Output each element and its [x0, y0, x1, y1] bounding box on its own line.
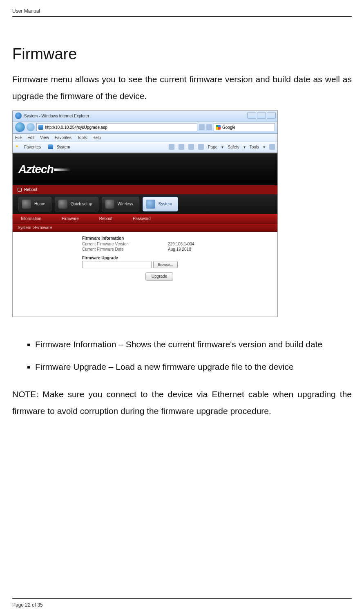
bullet-firmware-info: Firmware Information – Shows the current…	[35, 337, 352, 351]
quicksetup-icon	[58, 200, 67, 209]
stop-icon[interactable]	[206, 124, 212, 130]
app-header: Aztech	[13, 153, 277, 185]
header-divider	[12, 16, 352, 17]
system-icon	[146, 200, 155, 209]
window-title-bar: System - Windows Internet Explorer	[13, 111, 277, 121]
bullet-list: Firmware Information – Shows the current…	[35, 337, 352, 374]
upgrade-button[interactable]: Upgrade	[145, 272, 173, 281]
ie-icon	[15, 112, 22, 119]
address-bar-row: http://10.0.10.254/sysUpgrade.asp Google	[13, 121, 277, 134]
back-arrow-icon[interactable]	[15, 122, 25, 132]
menu-bar: File Edit View Favorites Tools Help	[13, 134, 277, 142]
footer-divider	[12, 598, 352, 599]
firmware-upgrade-title: Firmware Upgrade	[82, 256, 277, 260]
window-title-text: System - Windows Internet Explorer	[24, 114, 89, 118]
page-number: Page 22 of 35	[12, 602, 352, 608]
nav-quick-label: Quick setup	[71, 202, 92, 206]
sub-nav: Information Firmware Reboot Password	[13, 214, 277, 224]
nav-system[interactable]: System	[143, 197, 178, 211]
menu-view[interactable]: View	[40, 135, 49, 140]
nav-home-label: Home	[34, 202, 45, 206]
tab-label[interactable]: System	[56, 145, 70, 149]
search-placeholder: Google	[222, 125, 235, 130]
window-controls	[247, 112, 276, 119]
mail-icon[interactable]	[188, 144, 194, 150]
firmware-panel: Firmware Information Current Firmware Ve…	[13, 232, 277, 287]
nav-quick-setup[interactable]: Quick setup	[55, 197, 98, 211]
subnav-firmware[interactable]: Firmware	[62, 216, 79, 221]
nav-wireless-label: Wireless	[118, 202, 133, 206]
help-icon[interactable]	[269, 144, 275, 150]
date-label: Current Firmware Date	[82, 247, 143, 252]
favorites-label[interactable]: Favorites	[24, 145, 41, 149]
doc-footer: Page 22 of 35	[12, 598, 352, 608]
menu-favorites[interactable]: Favorites	[55, 135, 71, 140]
address-field[interactable]: http://10.0.10.254/sysUpgrade.asp	[36, 123, 197, 131]
toolbar-page[interactable]: Page	[208, 145, 217, 149]
reboot-label: Reboot	[24, 187, 37, 192]
toolbar-safety[interactable]: Safety	[228, 145, 239, 149]
page-title: Firmware	[12, 45, 352, 63]
subnav-password[interactable]: Password	[133, 216, 151, 221]
date-value: Aug 19 2010	[168, 247, 191, 252]
intro-text: Firmware menu allows you to see the curr…	[12, 71, 352, 105]
reboot-strip[interactable]: Reboot	[13, 185, 277, 194]
breadcrumb: System->Firmware	[13, 224, 277, 232]
print-icon[interactable]	[198, 144, 204, 150]
main-nav: Home Quick setup Wireless System	[13, 194, 277, 214]
menu-help[interactable]: Help	[92, 135, 101, 140]
feeds-icon[interactable]	[179, 144, 184, 150]
reboot-icon	[18, 188, 22, 192]
subnav-information[interactable]: Information	[21, 216, 41, 221]
subnav-reboot[interactable]: Reboot	[99, 216, 112, 221]
home-icon	[22, 200, 31, 209]
nav-system-label: System	[159, 202, 172, 206]
nav-wireless[interactable]: Wireless	[102, 197, 139, 211]
version-value: 229.106.1-004	[168, 242, 194, 246]
refresh-icon[interactable]	[199, 124, 205, 130]
aztech-logo: Aztech	[18, 163, 71, 176]
doc-header: User Manual	[12, 8, 352, 14]
browse-button[interactable]: Browse...	[153, 261, 178, 268]
menu-tools[interactable]: Tools	[77, 135, 87, 140]
url-text: http://10.0.10.254/sysUpgrade.asp	[45, 125, 107, 130]
wireless-icon	[105, 200, 114, 209]
google-icon	[216, 125, 221, 130]
favorites-bar: ★ Favorites System Page ▾ Safety ▾ Tools…	[13, 142, 277, 153]
menu-file[interactable]: File	[15, 135, 22, 140]
toolbar-tools[interactable]: Tools	[250, 145, 259, 149]
close-button[interactable]	[267, 112, 276, 119]
firmware-info-title: Firmware Information	[82, 236, 277, 241]
page-content: Aztech Reboot Home Quick setup Wireless …	[13, 153, 277, 317]
version-label: Current Firmware Version	[82, 242, 143, 246]
maximize-button[interactable]	[257, 112, 266, 119]
menu-edit[interactable]: Edit	[27, 135, 34, 140]
minimize-button[interactable]	[247, 112, 256, 119]
page-icon	[38, 125, 43, 130]
search-field[interactable]: Google	[214, 123, 275, 131]
browser-screenshot: System - Windows Internet Explorer http:…	[12, 110, 278, 317]
bullet-firmware-upgrade: Firmware Upgrade – Load a new firmware u…	[35, 360, 352, 374]
file-input[interactable]	[82, 261, 152, 268]
home-icon[interactable]	[169, 144, 174, 150]
note-text: NOTE: Make sure you connect to the devic…	[12, 386, 352, 420]
tab-icon	[48, 144, 53, 149]
forward-arrow-icon[interactable]	[27, 123, 35, 131]
nav-home[interactable]: Home	[18, 197, 51, 211]
star-icon[interactable]: ★	[15, 144, 21, 150]
